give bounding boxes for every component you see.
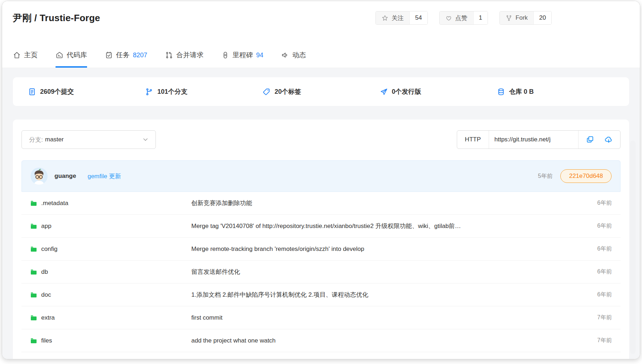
commits-icon bbox=[28, 88, 36, 96]
task-icon bbox=[105, 51, 113, 59]
page-body: 2609个提交 101个分支 20个标签 0个发行版 仓库 0 B bbox=[2, 68, 640, 359]
branch-label: 分支: bbox=[29, 136, 43, 144]
tab-milestones-label: 里程碑 bbox=[233, 50, 253, 60]
folder-icon bbox=[30, 200, 37, 207]
file-row-doc[interactable]: doc 1.添加文档 2.邮件中缺陷序号计算机制优化 2.项目、课程动态优化 6… bbox=[21, 283, 621, 306]
commit-author[interactable]: guange bbox=[54, 173, 76, 180]
praise-label: 点赞 bbox=[455, 14, 468, 22]
file-name[interactable]: extra bbox=[41, 314, 55, 321]
branch-current-value: master bbox=[45, 136, 64, 143]
file-name[interactable]: doc bbox=[41, 291, 51, 299]
file-row-db[interactable]: db 留言发送邮件优化 6年前 bbox=[21, 261, 621, 283]
stat-commits-label: 2609个提交 bbox=[40, 87, 74, 96]
file-name[interactable]: app bbox=[41, 223, 51, 230]
repo-action-buttons: 关注 54 点赞 1 Fork 20 bbox=[375, 11, 552, 25]
tab-repository-label: 代码库 bbox=[67, 50, 87, 60]
file-commit-time: 6年前 bbox=[597, 245, 612, 253]
heart-icon bbox=[445, 15, 452, 21]
commit-hash-badge[interactable]: 221e70d648 bbox=[560, 169, 612, 183]
file-commit-message[interactable]: 创新竞赛添加删除功能 bbox=[191, 199, 590, 207]
file-commit-message[interactable]: Merge remote-tracking branch 'remotes/or… bbox=[191, 246, 590, 253]
file-name[interactable]: config bbox=[41, 246, 57, 253]
file-name[interactable]: files bbox=[41, 337, 52, 344]
file-row-extra[interactable]: extra first commit 7年前 bbox=[21, 306, 621, 329]
home-icon bbox=[13, 51, 21, 59]
protocol-select[interactable]: HTTP bbox=[457, 131, 489, 149]
tab-milestones[interactable]: 里程碑 94 bbox=[221, 50, 263, 68]
file-name[interactable]: db bbox=[41, 268, 48, 276]
repo-toolbar: 分支: master HTTP https://git.trustie.net/… bbox=[21, 130, 621, 149]
stat-releases[interactable]: 0个发行版 bbox=[380, 87, 497, 96]
file-row-config[interactable]: config Merge remote-tracking branch 'rem… bbox=[21, 238, 621, 261]
tab-issues-count: 8207 bbox=[133, 52, 147, 59]
tag-icon bbox=[262, 88, 270, 96]
folder-icon bbox=[30, 268, 37, 276]
praise-count: 1 bbox=[473, 11, 488, 24]
stat-repo-size[interactable]: 仓库 0 B bbox=[497, 87, 614, 96]
stat-tags-label: 20个标签 bbox=[274, 87, 301, 96]
activity-icon bbox=[281, 51, 289, 59]
praise-button[interactable]: 点赞 1 bbox=[439, 11, 488, 25]
star-icon bbox=[382, 15, 388, 21]
stat-tags[interactable]: 20个标签 bbox=[262, 87, 379, 96]
app-window: 尹刚 / Trustie-Forge 关注 54 点赞 1 bbox=[2, 1, 640, 359]
folder-icon bbox=[30, 246, 37, 253]
chevron-down-icon bbox=[143, 137, 148, 142]
file-commit-message[interactable]: first commit bbox=[191, 314, 590, 321]
tab-issues-label: 任务 bbox=[116, 50, 130, 60]
avatar-image bbox=[30, 168, 48, 185]
merge-request-icon bbox=[165, 51, 173, 59]
stat-commits[interactable]: 2609个提交 bbox=[28, 87, 145, 96]
file-row-app[interactable]: app Merge tag 'V20140708' of http://repo… bbox=[21, 215, 621, 238]
watch-count: 54 bbox=[409, 11, 427, 24]
tab-merge-requests[interactable]: 合并请求 bbox=[165, 50, 203, 68]
file-commit-time: 6年前 bbox=[597, 199, 612, 207]
database-icon bbox=[497, 88, 505, 96]
file-commit-message[interactable]: 留言发送邮件优化 bbox=[191, 268, 590, 276]
release-icon bbox=[380, 88, 388, 96]
branch-icon bbox=[145, 88, 153, 96]
stat-releases-label: 0个发行版 bbox=[392, 87, 421, 96]
file-row-metadata[interactable]: .metadata 创新竞赛添加删除功能 6年前 bbox=[21, 192, 621, 215]
cloud-download-icon[interactable] bbox=[604, 135, 613, 144]
tab-activity-label: 动态 bbox=[292, 50, 306, 60]
watch-button[interactable]: 关注 54 bbox=[375, 11, 428, 25]
tab-merge-requests-label: 合并请求 bbox=[176, 50, 203, 60]
stat-branches[interactable]: 101个分支 bbox=[145, 87, 262, 96]
folder-icon bbox=[30, 337, 37, 344]
branch-selector[interactable]: 分支: master bbox=[21, 130, 156, 149]
tab-activity[interactable]: 动态 bbox=[281, 50, 306, 68]
file-commit-message[interactable]: Merge tag 'V20140708' of http://reposito… bbox=[191, 222, 590, 230]
clone-url-input[interactable]: https://git.trustie.net/j bbox=[489, 131, 579, 149]
tab-repository[interactable]: 代码库 bbox=[56, 50, 87, 68]
repo-tabs: 主页 代码库 任务 8207 合并请求 里程碑 94 动态 bbox=[13, 50, 629, 68]
latest-commit-row: guange gemfile 更新 5年前 221e70d648 bbox=[21, 160, 621, 192]
stat-branches-label: 101个分支 bbox=[157, 87, 187, 96]
code-repo-icon bbox=[56, 51, 63, 59]
tab-milestones-count: 94 bbox=[256, 52, 263, 59]
fork-button[interactable]: Fork 20 bbox=[499, 11, 552, 25]
file-commit-time: 7年前 bbox=[597, 314, 612, 321]
fork-icon bbox=[506, 15, 512, 21]
tab-home[interactable]: 主页 bbox=[13, 50, 38, 68]
file-commit-time: 6年前 bbox=[597, 268, 612, 276]
tab-issues[interactable]: 任务 8207 bbox=[105, 50, 147, 68]
page-scrollbar[interactable] bbox=[630, 141, 636, 354]
fork-label: Fork bbox=[516, 14, 528, 21]
commit-message-link[interactable]: gemfile 更新 bbox=[87, 172, 121, 180]
file-commit-message[interactable]: 1.添加文档 2.邮件中缺陷序号计算机制优化 2.项目、课程动态优化 bbox=[191, 291, 590, 299]
file-commit-time: 7年前 bbox=[597, 337, 612, 344]
page-title: 尹刚 / Trustie-Forge bbox=[13, 12, 100, 24]
file-name[interactable]: .metadata bbox=[41, 200, 68, 207]
file-row-partial[interactable] bbox=[21, 352, 621, 359]
watch-label: 关注 bbox=[392, 14, 404, 22]
folder-icon bbox=[30, 223, 37, 230]
avatar[interactable] bbox=[30, 168, 48, 185]
file-commit-message[interactable]: add the project what one watch bbox=[191, 337, 590, 344]
file-row-files[interactable]: files add the project what one watch 7年前 bbox=[21, 329, 621, 352]
repo-stats-bar: 2609个提交 101个分支 20个标签 0个发行版 仓库 0 B bbox=[13, 77, 629, 106]
repo-header: 尹刚 / Trustie-Forge 关注 54 点赞 1 bbox=[2, 1, 640, 68]
copy-icon[interactable] bbox=[586, 135, 594, 144]
clone-url-group: HTTP https://git.trustie.net/j bbox=[457, 130, 621, 149]
folder-icon bbox=[30, 291, 37, 299]
